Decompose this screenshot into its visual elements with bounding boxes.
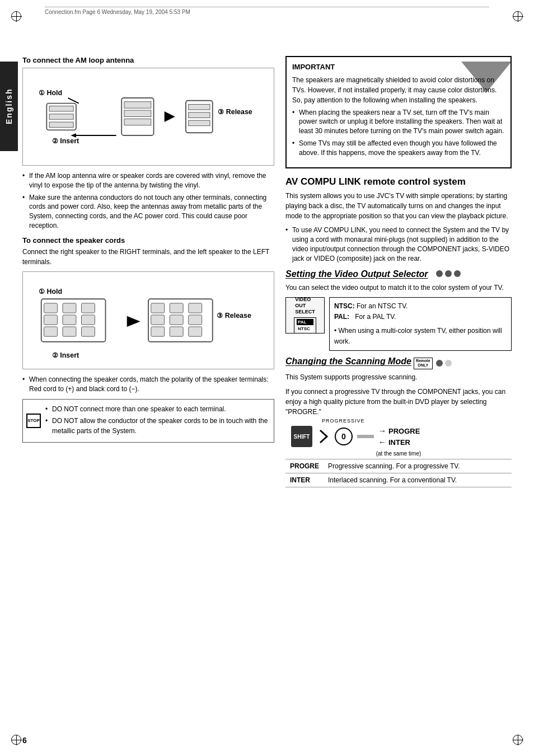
av-compu-link-body: This system allows you to use JVC's TV w… xyxy=(285,191,512,221)
svg-text:③ Release: ③ Release xyxy=(218,108,252,116)
speaker-bullets: When connecting the speaker cords, match… xyxy=(22,375,274,394)
am-bullet-1: If the AM loop antenna wire or speaker c… xyxy=(22,171,274,190)
speaker-cords-intro: Connect the right speaker to the RIGHT t… xyxy=(22,247,274,267)
language-tab: English xyxy=(0,62,18,151)
svg-rect-25 xyxy=(81,303,95,313)
svg-rect-7 xyxy=(124,102,151,108)
at-same-time-label: (at the same time) xyxy=(285,450,512,457)
video-selector-text: NTSC: For an NTSC TV. PAL: For a PAL TV.… xyxy=(329,297,512,351)
svg-rect-9 xyxy=(124,119,151,125)
shift-button: SHIFT xyxy=(291,426,312,447)
svg-rect-35 xyxy=(170,303,183,313)
am-bullet-2: Make sure the antenna conductors do not … xyxy=(22,193,274,231)
progre-value: Progressive scanning. For a progressive … xyxy=(324,459,512,473)
video-selector-grid: VIDEOOUTSELECT PAL NTSC NTSC: For an NTS… xyxy=(285,297,512,351)
svg-rect-8 xyxy=(124,110,151,116)
svg-rect-26 xyxy=(81,315,95,325)
progressive-label: PROGRESSIVE xyxy=(322,418,365,424)
important-title: IMPORTANT xyxy=(292,62,505,73)
crop-mark-bottom-right xyxy=(513,735,523,745)
warning-item-1: DO NOT connect more than one speaker to … xyxy=(45,404,268,414)
scanning-mode-body1: This System supports progressive scannin… xyxy=(285,372,512,382)
main-content: To connect the AM loop antenna ① Hold ② … xyxy=(22,56,512,734)
svg-text:② Insert: ② Insert xyxy=(52,137,79,145)
inter-key: INTER xyxy=(285,473,324,487)
am-antenna-diagram: ① Hold ② Insert ③ Release xyxy=(22,68,274,166)
video-output-body: You can select the video output to match… xyxy=(285,283,512,293)
important-bullets: When placing the speakers near a TV set,… xyxy=(292,108,505,158)
important-box: IMPORTANT The speakers are magnetically … xyxy=(285,56,512,168)
svg-rect-27 xyxy=(81,327,95,336)
remote-only-badge: Remote ONLY xyxy=(414,358,433,369)
scanning-dots xyxy=(436,360,452,367)
svg-rect-22 xyxy=(63,303,76,313)
svg-rect-34 xyxy=(151,327,165,336)
scanning-mode-body2: If you connect a progressive TV through … xyxy=(285,387,512,417)
svg-rect-11 xyxy=(189,105,210,110)
dots-decoration xyxy=(436,270,461,277)
warning-item-2: DO NOT allow the conductor of the speake… xyxy=(45,416,268,436)
crop-mark-bottom-left xyxy=(11,735,21,745)
svg-rect-1 xyxy=(49,106,73,111)
svg-rect-20 xyxy=(44,315,58,325)
chevron-right-icon xyxy=(317,428,330,445)
page-header: Connection.fm Page 6 Wednesday, May 19, … xyxy=(45,7,489,15)
svg-rect-12 xyxy=(189,112,210,118)
av-compu-link-bullets: To use AV COMPU LINK, you need to connec… xyxy=(285,226,512,263)
svg-rect-19 xyxy=(44,303,58,313)
crop-mark-top-right xyxy=(513,11,523,21)
zero-button: 0 xyxy=(335,428,353,445)
svg-marker-15 xyxy=(165,111,175,122)
inter-label: INTER xyxy=(388,438,410,447)
svg-rect-32 xyxy=(151,303,165,313)
video-output-heading: Setting the Video Output Selector xyxy=(285,269,428,279)
scanning-mode-heading: Changing the Scanning Mode xyxy=(285,356,411,367)
video-selector-image: VIDEOOUTSELECT PAL NTSC xyxy=(285,297,325,334)
am-antenna-title: To connect the AM loop antenna xyxy=(22,56,274,64)
svg-marker-30 xyxy=(127,316,140,327)
right-column: IMPORTANT The speakers are magnetically … xyxy=(285,56,512,487)
svg-rect-24 xyxy=(63,327,76,336)
important-body: The speakers are magnetically shielded t… xyxy=(292,75,505,105)
speaker-diagram: ① Hold ② Insert ③ Relea xyxy=(22,271,274,369)
svg-text:① Hold: ① Hold xyxy=(39,89,62,97)
stop-icon: STOP xyxy=(26,414,41,428)
table-row: PROGRE Progressive scanning. For a progr… xyxy=(285,459,512,473)
svg-text:③ Release: ③ Release xyxy=(217,312,251,320)
horizontal-bar xyxy=(357,428,374,445)
svg-rect-21 xyxy=(44,327,58,336)
svg-rect-38 xyxy=(189,303,202,313)
important-bullet-1: When placing the speakers near a TV set,… xyxy=(292,108,505,136)
svg-rect-37 xyxy=(170,327,183,336)
left-column: To connect the AM loop antenna ① Hold ② … xyxy=(22,56,274,487)
am-antenna-bullets: If the AM loop antenna wire or speaker c… xyxy=(22,171,274,231)
svg-rect-13 xyxy=(189,120,210,126)
scanning-diagram: SHIFT 0 → xyxy=(291,426,420,447)
svg-rect-33 xyxy=(151,315,165,325)
av-compu-link-bullet-1: To use AV COMPU LINK, you need to connec… xyxy=(285,226,512,263)
table-row: INTER Interlaced scanning. For a convent… xyxy=(285,473,512,487)
svg-rect-23 xyxy=(63,315,76,325)
svg-rect-3 xyxy=(49,122,73,128)
svg-rect-40 xyxy=(189,327,202,336)
crop-mark-top-left xyxy=(11,11,21,21)
av-compu-link-heading: AV COMPU LINK remote control system xyxy=(285,176,512,187)
svg-text:② Insert: ② Insert xyxy=(52,351,79,359)
important-bullet-2: Some TVs may still be affected even thou… xyxy=(292,139,505,158)
svg-rect-39 xyxy=(189,315,202,325)
progre-key: PROGRE xyxy=(285,459,324,473)
progre-label: PROGRE xyxy=(388,427,420,435)
scanning-table: PROGRE Progressive scanning. For a progr… xyxy=(285,459,512,487)
warning-box: STOP DO NOT connect more than one speake… xyxy=(22,399,274,443)
svg-text:① Hold: ① Hold xyxy=(39,287,62,295)
speaker-bullet-1: When connecting the speaker cords, match… xyxy=(22,375,274,394)
inter-value: Interlaced scanning. For a conventional … xyxy=(324,473,512,487)
svg-rect-36 xyxy=(170,315,183,325)
page-number: 6 xyxy=(22,736,27,745)
svg-rect-42 xyxy=(357,435,374,438)
svg-rect-2 xyxy=(49,114,73,120)
speaker-cords-title: To connect the speaker cords xyxy=(22,236,274,245)
two-column-layout: To connect the AM loop antenna ① Hold ② … xyxy=(22,56,512,487)
